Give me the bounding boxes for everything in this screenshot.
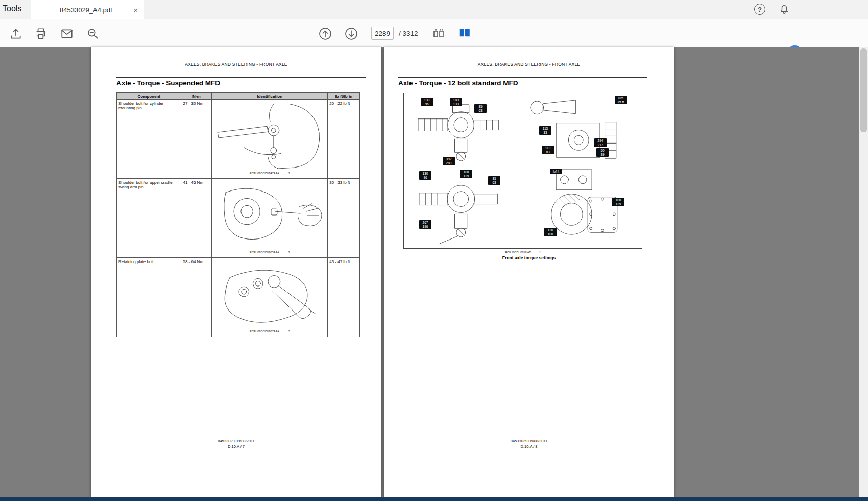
cell-lbft: 20 - 22 lb ft (328, 100, 359, 178)
figure-1-illustration (214, 101, 325, 171)
footer-doc-code: 84533029 09/08/2011 (91, 439, 381, 443)
figure-number: 3 (288, 330, 290, 333)
cell-nm: 58 - 64 Nm (181, 258, 212, 337)
cell-lbft: 43 - 47 lb ft (328, 258, 359, 337)
table-row: Shoulder bolt for upper cradle swing arm… (117, 179, 359, 258)
taskbar-strip (0, 497, 868, 501)
tools-menu[interactable]: Tools (3, 4, 21, 13)
col-header-nm: N·m (181, 93, 212, 99)
cell-nm: 41 - 45 Nm (181, 179, 212, 257)
figure-code: RCPH07OCCH947AAA (250, 172, 279, 175)
torque-label: 392289 (443, 157, 455, 165)
help-icon[interactable]: ? (754, 4, 765, 15)
page-down-icon[interactable] (345, 27, 358, 40)
figure-code: RCIL10CCH001HAB (505, 251, 531, 254)
torque-label: 13096 (421, 98, 433, 106)
cell-identification: RCPH07OCCH947AAA 1 (212, 100, 328, 178)
cell-component: Shoulder bolt for upper cradle swing arm… (117, 179, 181, 257)
footer-page-ref: D.10.A / 8 (384, 444, 674, 449)
table-row: Shoulder bolt for cylinder mounting pin … (117, 100, 359, 179)
header-rule (398, 77, 647, 78)
figure-number: 2 (288, 251, 290, 254)
torque-label: 8563 (488, 176, 500, 185)
share-upload-icon[interactable] (9, 27, 22, 40)
col-header-lbft: lb-ft/lb in (328, 93, 359, 99)
page-left: AXLES, BRAKES AND STEERING - FRONT AXLE … (91, 47, 381, 497)
front-axle-torque-figure: 13096 188139 8563 Nmlbf ft 11383 294217 … (403, 93, 642, 249)
page-total-label: / 3312 (399, 30, 418, 37)
cell-lbft: 30 - 33 lb ft (328, 179, 359, 257)
torque-label: 11383 (542, 146, 554, 154)
email-icon[interactable] (60, 27, 74, 40)
scrollbar-thumb[interactable] (860, 48, 867, 132)
cell-identification: RCPH07OCCH967AAA 3 (212, 258, 328, 337)
figure-2-illustration (214, 180, 325, 250)
torque-label: 8563 (474, 104, 487, 113)
units-tag: lbf ft (550, 169, 562, 174)
header-rule (116, 77, 366, 78)
footer-rule (116, 437, 366, 437)
cell-component: Retaining plate bolt (117, 258, 181, 337)
facing-pages-view-icon[interactable] (458, 27, 471, 40)
section-title: Axle - Torque - Suspended MFD (116, 79, 220, 87)
units-legend: Nmlbf ft (615, 96, 627, 104)
notifications-bell-icon[interactable] (779, 4, 789, 15)
cell-identification: RCPH07OCCH965AAA 2 (212, 179, 328, 257)
running-header: AXLES, BRAKES AND STEERING - FRONT AXLE (384, 62, 674, 67)
figure-code: RCPH07OCCH967AAA (250, 330, 279, 333)
tab-bar: Tools 84533029_A4.pdf × ? (0, 0, 868, 19)
vertical-scrollbar[interactable] (859, 47, 868, 497)
torque-label: 294217 (594, 138, 607, 147)
footer-doc-code: 84533029 09/08/2011 (384, 439, 674, 443)
page-number-input[interactable] (371, 27, 394, 40)
torque-label: 13096 (419, 171, 431, 180)
torque-label: 188139 (612, 198, 624, 206)
figure-title: Front axle torque settings (384, 255, 674, 260)
document-tab[interactable]: 84533029_A4.pdf × (31, 0, 144, 19)
figure-code: RCPH07OCCH965AAA (250, 251, 279, 254)
torque-label: 11383 (539, 126, 551, 135)
table-header-row: Component N·m Identification lb-ft/lb in (117, 93, 359, 100)
running-header: AXLES, BRAKES AND STEERING - FRONT AXLE (91, 62, 381, 67)
print-icon[interactable] (34, 27, 47, 40)
cell-component: Shoulder bolt for cylinder mounting pin (117, 100, 181, 178)
torque-label: 267196 (419, 220, 431, 229)
torque-label: 5039 (596, 148, 609, 157)
footer-rule (398, 437, 647, 437)
torque-label: 188139 (450, 98, 462, 106)
table-row: Retaining plate bolt 58 - 64 Nm (117, 258, 359, 337)
section-title: Axle - Torque - 12 bolt standard MFD (398, 79, 518, 87)
pdf-toolbar: / 3312 (0, 19, 868, 47)
footer-page-ref: D.10.A / 7 (91, 444, 381, 449)
torque-label: 188139 (460, 170, 472, 178)
figure-number: 1 (539, 251, 541, 254)
tab-close-icon[interactable]: × (133, 6, 138, 14)
pdf-content-area: AXLES, BRAKES AND STEERING - FRONT AXLE … (0, 47, 868, 497)
zoom-out-icon[interactable] (86, 27, 100, 40)
torque-table: Component N·m Identification lb-ft/lb in… (116, 92, 360, 337)
organize-pages-icon[interactable] (432, 27, 445, 40)
tab-title: 84533029_A4.pdf (60, 6, 112, 14)
cell-nm: 27 - 30 Nm (181, 100, 212, 178)
page-up-icon[interactable] (319, 27, 332, 40)
figure-3-illustration (214, 259, 325, 329)
page-right: AXLES, BRAKES AND STEERING - FRONT AXLE … (384, 47, 674, 497)
torque-label: 136100 (544, 228, 557, 236)
col-header-component: Component (117, 93, 181, 99)
col-header-identification: Identification (212, 93, 328, 99)
figure-number: 1 (288, 172, 290, 175)
